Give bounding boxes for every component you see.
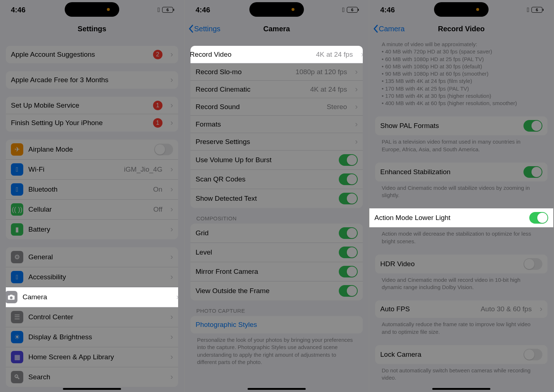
row-record-cinematic[interactable]: Record Cinematic 4K at 24 fps › <box>190 81 363 98</box>
row-pal-formats[interactable]: Show PAL Formats <box>375 116 547 135</box>
toggle-qr[interactable] <box>339 173 358 185</box>
row-mobile-service[interactable]: Set Up Mobile Service 1 › <box>6 97 178 114</box>
toggle-grid[interactable] <box>339 227 358 239</box>
row-auto-fps[interactable]: Auto FPS Auto 30 & 60 fps › <box>375 300 547 318</box>
battery-icon: 6 <box>347 7 358 13</box>
row-search[interactable]: 🔍︎ Search › <box>6 367 178 387</box>
toggle-airplane[interactable] <box>154 144 173 155</box>
airplane-icon: ✈︎ <box>11 143 23 156</box>
row-level[interactable]: Level <box>190 243 363 262</box>
dynamic-island <box>249 2 304 17</box>
row-record-sound[interactable]: Record Sound Stereo › <box>190 98 363 116</box>
chevron-right-icon: › <box>170 205 173 214</box>
row-photographic-styles[interactable]: Photographic Styles <box>190 316 363 333</box>
chevron-right-icon: › <box>170 272 173 282</box>
row-bluetooth[interactable]: 􀖀 Bluetooth On › <box>6 180 178 200</box>
wifi-icon: 􀙇 <box>157 6 160 14</box>
gear-icon: ⚙︎ <box>11 251 23 263</box>
battery-icon: ▮ <box>11 223 23 236</box>
toggle-outside[interactable] <box>339 285 358 297</box>
bluetooth-icon: 􀖀 <box>11 183 23 196</box>
row-battery[interactable]: ▮ Battery › <box>6 220 178 239</box>
toggle-burst[interactable] <box>339 154 358 166</box>
chevron-right-icon: › <box>176 292 178 302</box>
home-screen-icon: ▦ <box>11 351 23 363</box>
page-title: Settings <box>78 25 107 33</box>
search-icon: 🔍︎ <box>11 371 23 383</box>
row-apple-account[interactable]: Apple Account Suggestions 2 › <box>6 46 178 63</box>
row-arcade[interactable]: Apple Arcade Free for 3 Months › <box>6 71 178 89</box>
footer-lock-camera: Do not automatically switch between came… <box>375 364 547 383</box>
row-scan-qr[interactable]: Scan QR Codes <box>190 170 363 189</box>
page-title: Record Video <box>438 25 485 33</box>
row-volume-burst[interactable]: Use Volume Up for Burst <box>190 151 363 170</box>
row-control-center[interactable]: ☰ Control Center › <box>6 307 178 327</box>
toggle-pal[interactable] <box>523 120 542 132</box>
wifi-icon: 􀙇 <box>527 6 529 14</box>
chevron-right-icon: › <box>170 101 173 110</box>
home-indicator[interactable] <box>63 388 121 390</box>
row-cellular[interactable]: (( )) Cellular Off › <box>6 200 178 220</box>
row-record-video[interactable]: Record Video 4K at 24 fps › <box>190 46 363 63</box>
footer-auto-fps: Automatically reduce the frame rate to i… <box>375 318 547 337</box>
page-title: Camera <box>263 25 290 33</box>
screen-camera-settings: 4:46 􀙇 6 Settings Camera Record Video 4K… <box>185 0 369 392</box>
chevron-right-icon: › <box>355 102 358 112</box>
row-preserve-settings[interactable]: Preserve Settings › <box>190 133 363 151</box>
wifi-icon: 􀙇 <box>342 6 345 14</box>
row-formats[interactable]: Formats › <box>190 116 363 133</box>
row-grid[interactable]: Grid <box>190 224 363 243</box>
row-camera[interactable]: Camera › <box>6 287 178 307</box>
control-center-icon: ☰ <box>11 311 23 323</box>
row-accessibility[interactable]: 􀕾 Accessibility › <box>6 267 178 287</box>
toggle-detected-text[interactable] <box>339 193 358 204</box>
row-outside-frame[interactable]: View Outside the Frame <box>190 281 363 300</box>
toggle-action-mode[interactable] <box>529 212 548 224</box>
status-time: 4:46 <box>11 6 25 14</box>
toggle-mirror[interactable] <box>339 266 358 277</box>
toggle-stabilization[interactable] <box>523 166 542 178</box>
row-lock-camera[interactable]: Lock Camera <box>375 345 547 364</box>
row-detected-text[interactable]: Show Detected Text <box>190 189 363 208</box>
toggle-hdr[interactable] <box>523 258 542 270</box>
row-mirror-front[interactable]: Mirror Front Camera <box>190 262 363 281</box>
chevron-right-icon: › <box>170 185 173 194</box>
row-finish-setup[interactable]: Finish Setting Up Your iPhone 1 › <box>6 114 178 132</box>
row-general[interactable]: ⚙︎ General › <box>6 247 178 267</box>
nav-bar: Camera Record Video <box>369 20 553 38</box>
chevron-right-icon: › <box>170 118 173 128</box>
row-enhanced-stabilization[interactable]: Enhanced Stabilization <box>375 163 547 181</box>
battery-icon: 6 <box>531 7 542 13</box>
status-bar: 4:46 􀙇 6 <box>185 0 369 20</box>
section-header-composition: COMPOSITION <box>190 208 363 224</box>
row-display[interactable]: ☀︎ Display & Brightness › <box>6 327 178 347</box>
badge: 1 <box>153 118 162 128</box>
back-button[interactable]: Camera <box>373 24 405 33</box>
home-indicator[interactable] <box>432 388 490 390</box>
row-hdr-video[interactable]: HDR Video <box>375 255 547 273</box>
section-header-photo: PHOTO CAPTURE <box>190 300 363 316</box>
dynamic-island <box>434 2 489 17</box>
row-action-mode-lower-light[interactable]: Action Mode Lower Light <box>369 208 553 227</box>
chevron-right-icon: › <box>170 372 173 382</box>
nav-bar: Settings Camera <box>185 20 369 38</box>
back-button[interactable]: Settings <box>188 24 220 33</box>
chevron-right-icon: › <box>170 165 173 174</box>
chevron-right-icon: › <box>170 252 173 262</box>
row-airplane[interactable]: ✈︎ Airplane Mode <box>6 140 178 160</box>
toggle-lock-camera[interactable] <box>523 349 542 360</box>
status-bar: 4:46 􀙇 6 <box>369 0 553 20</box>
badge: 1 <box>153 101 162 110</box>
chevron-right-icon: › <box>355 85 358 94</box>
screen-record-video: 4:46 􀙇 6 Camera Record Video A minute of… <box>369 0 554 392</box>
row-wifi[interactable]: 􀙇 Wi-Fi iGM_Jio_4G › <box>6 160 178 180</box>
wifi-icon: 􀙇 <box>11 163 23 176</box>
footer-stabilization: Video and Cinematic mode will stabilize … <box>375 181 547 201</box>
toggle-level[interactable] <box>339 247 358 258</box>
chevron-right-icon: › <box>170 332 173 342</box>
status-bar: 4:46 􀙇 6 <box>0 0 184 20</box>
chevron-right-icon: › <box>170 312 173 322</box>
home-indicator[interactable] <box>248 388 306 390</box>
row-record-slomo[interactable]: Record Slo-mo 1080p at 120 fps › <box>190 63 363 81</box>
row-home-screen[interactable]: ▦ Home Screen & App Library › <box>6 347 178 367</box>
